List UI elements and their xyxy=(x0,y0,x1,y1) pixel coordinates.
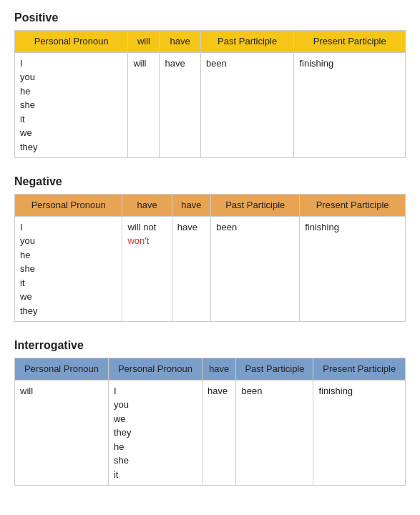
positive-header-present: Present Participle xyxy=(294,31,406,53)
negative-cell-willnot: will not won't xyxy=(122,216,172,322)
positive-header-will: will xyxy=(128,31,160,53)
interrogative-cell-past: been xyxy=(236,380,313,486)
interrogative-cell-pronoun2: I you we they he she it xyxy=(108,380,202,486)
negative-title: Negative xyxy=(14,175,406,188)
negative-header-have1: have xyxy=(122,195,172,217)
negative-data-row: I you he she it we they will not won't h… xyxy=(15,216,406,322)
interrogative-header-past: Past Participle xyxy=(236,358,313,381)
negative-wont-text: won't xyxy=(127,235,149,246)
positive-cell-past: been xyxy=(200,52,294,158)
interrogative-section: Interrogative Personal Pronoun Personal … xyxy=(14,339,406,486)
positive-section: Positive Personal Pronoun will have Past… xyxy=(14,11,406,158)
interrogative-cell-have: have xyxy=(202,380,236,486)
positive-title: Positive xyxy=(14,11,406,24)
interrogative-cell-present: finishing xyxy=(313,380,406,486)
interrogative-header-present: Present Participle xyxy=(313,358,406,381)
negative-header-past: Past Participle xyxy=(211,195,300,217)
positive-cell-will: will xyxy=(128,52,160,158)
positive-header-have: have xyxy=(160,31,200,53)
negative-cell-past: been xyxy=(211,216,300,322)
interrogative-cell-pronoun1: will xyxy=(15,380,109,486)
interrogative-table: Personal Pronoun Personal Pronoun have P… xyxy=(14,358,406,486)
interrogative-header-pronoun1: Personal Pronoun xyxy=(15,358,109,381)
negative-header-pronoun: Personal Pronoun xyxy=(15,195,122,217)
positive-cell-pronoun: I you he she it we they xyxy=(15,52,128,158)
negative-header-row: Personal Pronoun have have Past Particip… xyxy=(15,195,406,217)
negative-header-have2: have xyxy=(172,195,211,217)
negative-cell-present: finishing xyxy=(300,216,406,322)
negative-header-present: Present Participle xyxy=(300,195,406,217)
negative-table: Personal Pronoun have have Past Particip… xyxy=(14,194,406,322)
positive-table: Personal Pronoun will have Past Particip… xyxy=(14,30,406,158)
negative-will-not-text: will not xyxy=(127,222,156,232)
interrogative-header-have: have xyxy=(202,358,236,381)
negative-cell-pronoun: I you he she it we they xyxy=(15,216,122,322)
interrogative-title: Interrogative xyxy=(14,339,406,352)
positive-cell-present: finishing xyxy=(294,52,406,158)
positive-header-row: Personal Pronoun will have Past Particip… xyxy=(15,31,406,53)
interrogative-data-row: will I you we they he she it have been f… xyxy=(15,380,406,486)
positive-header-past: Past Participle xyxy=(200,31,294,53)
negative-cell-have: have xyxy=(172,216,211,322)
positive-header-pronoun: Personal Pronoun xyxy=(15,31,128,53)
positive-data-row: I you he she it we they will have been f… xyxy=(15,52,406,158)
negative-section: Negative Personal Pronoun have have Past… xyxy=(14,175,406,322)
interrogative-header-pronoun2: Personal Pronoun xyxy=(108,358,202,381)
interrogative-header-row: Personal Pronoun Personal Pronoun have P… xyxy=(15,358,406,381)
positive-cell-have: have xyxy=(160,52,200,158)
